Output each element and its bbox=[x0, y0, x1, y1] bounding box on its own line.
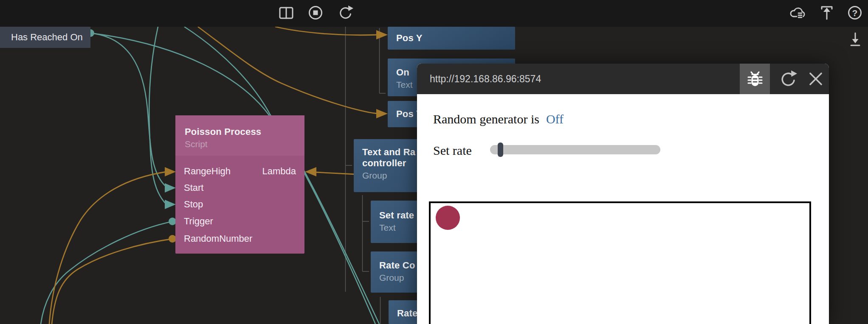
refresh-icon bbox=[337, 4, 354, 21]
download-icon bbox=[848, 31, 863, 48]
port-label-start[interactable]: Start bbox=[184, 182, 203, 193]
port-arrow-posy1[interactable] bbox=[376, 30, 388, 39]
stop-icon bbox=[307, 4, 324, 21]
wire-lambda[interactable] bbox=[315, 172, 356, 174]
refresh-button[interactable] bbox=[336, 3, 355, 22]
url-text[interactable]: http://192.168.86.96:8574 bbox=[430, 64, 541, 94]
debug-button[interactable] bbox=[740, 64, 770, 94]
preview-panel: http://192.168.86.96:8574 bbox=[417, 64, 829, 324]
node-has-reached-on[interactable]: Has Reached On bbox=[0, 27, 90, 48]
rate-slider-handle[interactable] bbox=[498, 142, 503, 157]
stop-button[interactable] bbox=[306, 3, 325, 22]
rate-slider[interactable] bbox=[490, 145, 660, 154]
split-view-icon bbox=[278, 4, 295, 21]
node-header: Poisson Process Script bbox=[175, 115, 304, 156]
publish-button[interactable] bbox=[817, 3, 836, 22]
rate-label: Set rate bbox=[433, 143, 472, 158]
wire-posy1[interactable] bbox=[275, 27, 378, 35]
preview-close-button[interactable] bbox=[805, 64, 827, 94]
port-label-trigger[interactable]: Trigger bbox=[184, 216, 213, 227]
svg-text:?: ? bbox=[852, 8, 858, 18]
node-label: Has Reached On bbox=[11, 32, 83, 42]
port-arrow-stop[interactable] bbox=[165, 200, 176, 209]
node-poisson-process[interactable]: Poisson Process Script RangeHigh Start S… bbox=[175, 115, 304, 254]
port-label-stop[interactable]: Stop bbox=[184, 199, 203, 210]
download-button[interactable] bbox=[846, 31, 865, 49]
node-title: Poisson Process bbox=[185, 126, 304, 137]
top-toolbar: ? bbox=[0, 0, 868, 27]
port-label-randomnumber[interactable]: RandomNumber bbox=[184, 233, 252, 244]
cloud-sync-icon bbox=[788, 4, 806, 21]
port-arrow-start[interactable] bbox=[165, 183, 176, 193]
close-icon bbox=[807, 70, 825, 88]
preview-header: http://192.168.86.96:8574 bbox=[417, 64, 829, 94]
port-label-rangehigh[interactable]: RangeHigh bbox=[184, 166, 231, 177]
cloud-sync-button[interactable] bbox=[788, 3, 806, 22]
status-value-link[interactable]: Off bbox=[546, 112, 564, 126]
port-arrow-rangehigh[interactable] bbox=[165, 167, 176, 176]
status-line: Random generator isOff bbox=[433, 112, 564, 126]
wire-stop[interactable] bbox=[149, 27, 166, 204]
port-arrow-posy2[interactable] bbox=[376, 109, 388, 118]
wire-posy2[interactable] bbox=[198, 27, 378, 114]
preview-content: Random generator isOff Set rate bbox=[417, 94, 829, 324]
help-button[interactable]: ? bbox=[845, 3, 864, 22]
tree-line bbox=[380, 28, 386, 93]
refresh-icon bbox=[779, 69, 798, 89]
bug-icon bbox=[747, 70, 763, 88]
publish-icon bbox=[818, 4, 835, 21]
wire-randomnumber[interactable] bbox=[52, 239, 173, 324]
wire-start[interactable] bbox=[90, 33, 166, 187]
wire-rangehigh[interactable] bbox=[49, 172, 166, 324]
random-dot bbox=[436, 206, 460, 230]
node-pos-y-1[interactable]: Pos Y bbox=[388, 27, 515, 50]
node-subtitle: Script bbox=[185, 139, 304, 149]
help-icon: ? bbox=[846, 4, 863, 21]
tree-line bbox=[363, 195, 369, 271]
node-title: Pos Y bbox=[388, 27, 515, 50]
status-prefix: Random generator is bbox=[433, 112, 539, 126]
split-view-button[interactable] bbox=[277, 3, 296, 22]
port-label-lambda[interactable]: Lambda bbox=[262, 166, 296, 177]
wire-trigger[interactable] bbox=[41, 221, 173, 324]
preview-refresh-button[interactable] bbox=[776, 64, 801, 94]
drawing-area[interactable] bbox=[429, 201, 811, 324]
